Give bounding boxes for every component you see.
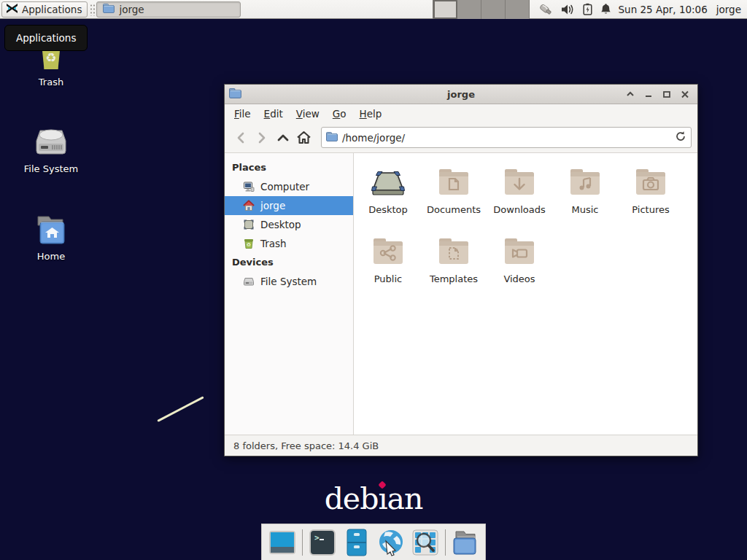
menu-file[interactable]: File xyxy=(228,106,258,122)
file-manager-launcher[interactable] xyxy=(342,528,371,557)
volume-icon[interactable] xyxy=(561,4,575,15)
close-button[interactable] xyxy=(679,88,691,100)
dock-separator xyxy=(445,529,446,556)
desktop-icon-label: Home xyxy=(16,251,86,262)
desktop-icon-file-system[interactable]: File System xyxy=(16,123,86,174)
drive-icon xyxy=(243,276,255,287)
applications-menu-label: Applications xyxy=(22,4,82,15)
workspace-switcher xyxy=(433,0,530,19)
battery-charging-icon[interactable] xyxy=(583,3,592,15)
desktop-surface-icon xyxy=(356,163,420,201)
sidebar: Places Computer jorge xyxy=(225,153,354,435)
file-item-pictures[interactable]: Pictures xyxy=(619,163,683,233)
session-user-menu[interactable]: jorge xyxy=(716,4,741,15)
pictures-folder-icon xyxy=(619,163,683,201)
menu-view[interactable]: View xyxy=(290,106,326,122)
removable-device-icon[interactable] xyxy=(538,3,553,16)
system-tray xyxy=(538,3,611,16)
path-folder-icon xyxy=(326,132,338,144)
status-bar: 8 folders, Free space: 14.4 GiB xyxy=(225,435,697,456)
show-desktop-button[interactable] xyxy=(268,528,297,557)
bottom-dock-panel: > xyxy=(261,524,486,560)
toolbar: /home/jorge/ xyxy=(225,122,697,153)
sidebar-item-trash[interactable]: ♻ Trash xyxy=(225,234,353,253)
file-item-videos[interactable]: Videos xyxy=(487,233,551,302)
file-item-music[interactable]: Music xyxy=(553,163,617,233)
terminal-launcher[interactable]: > xyxy=(308,528,337,557)
svg-text:>: > xyxy=(314,533,320,542)
menu-go[interactable]: Go xyxy=(326,106,353,122)
home-button[interactable] xyxy=(294,128,314,147)
menu-help[interactable]: Help xyxy=(353,106,389,122)
menu-bar: File Edit View Go Help xyxy=(225,104,697,122)
top-panel: Applications jorge xyxy=(0,0,747,19)
sidebar-item-computer[interactable]: Computer xyxy=(225,177,353,196)
clock[interactable]: Sun 25 Apr, 10:06 xyxy=(619,4,708,15)
sidebar-item-jorge[interactable]: jorge xyxy=(225,196,353,215)
downloads-folder-icon xyxy=(487,163,551,201)
hard-drive-icon xyxy=(16,123,86,160)
directory-menu-launcher[interactable] xyxy=(450,528,479,557)
window-titlebar[interactable]: jorge xyxy=(225,85,697,104)
shade-button[interactable] xyxy=(624,88,636,100)
file-item-downloads[interactable]: Downloads xyxy=(487,163,551,233)
trash-icon: ♻ xyxy=(243,238,255,249)
file-item-templates[interactable]: Templates xyxy=(422,233,486,302)
folder-icon xyxy=(103,4,115,15)
documents-folder-icon xyxy=(422,163,486,201)
sidebar-item-file-system[interactable]: File System xyxy=(225,272,353,291)
music-folder-icon xyxy=(553,163,617,201)
file-item-public[interactable]: Public xyxy=(356,233,420,302)
status-text: 8 folders, Free space: 14.4 GiB xyxy=(233,440,379,451)
videos-folder-icon xyxy=(487,233,551,271)
desktop-icon-home[interactable]: Home xyxy=(16,211,86,262)
debian-wordmark: debıan xyxy=(0,481,747,516)
location-bar[interactable]: /home/jorge/ xyxy=(321,127,692,148)
taskbar-window-button[interactable]: jorge xyxy=(96,1,241,18)
public-folder-icon xyxy=(356,233,420,271)
file-item-desktop[interactable]: Desktop xyxy=(356,163,420,233)
up-button[interactable] xyxy=(273,128,293,147)
dock-separator xyxy=(302,529,303,556)
file-manager-window: jorge File Edit View Go Help xyxy=(224,84,698,456)
application-finder-launcher[interactable] xyxy=(411,528,440,557)
svg-text:♻: ♻ xyxy=(45,50,56,65)
panel-handle[interactable] xyxy=(89,3,95,16)
taskbar-window-label: jorge xyxy=(119,4,144,15)
notifications-bell-icon[interactable] xyxy=(600,3,611,15)
file-item-documents[interactable]: Documents xyxy=(422,163,486,233)
computer-icon xyxy=(243,181,255,192)
templates-folder-icon xyxy=(422,233,486,271)
menu-edit[interactable]: Edit xyxy=(258,106,290,122)
desktop-icon-label: Trash xyxy=(16,77,86,88)
home-icon xyxy=(243,200,255,211)
desktop-icon xyxy=(243,219,255,230)
wordmark-i: ı xyxy=(378,481,387,516)
wordmark-post: an xyxy=(387,481,423,516)
reload-button[interactable] xyxy=(675,131,686,144)
web-browser-launcher[interactable] xyxy=(376,528,406,557)
sidebar-devices-header: Devices xyxy=(225,253,353,272)
forward-button[interactable] xyxy=(252,128,271,147)
wordmark-pre: deb xyxy=(325,481,379,516)
workspace-3[interactable] xyxy=(481,0,506,19)
applications-menu-button[interactable]: Applications xyxy=(1,1,88,18)
folder-grid: Desktop Documents xyxy=(355,163,697,302)
home-folder-icon xyxy=(16,211,86,247)
workspace-2[interactable] xyxy=(457,0,481,19)
cursor-artifact-line xyxy=(157,396,204,422)
sidebar-item-desktop[interactable]: Desktop xyxy=(225,215,353,234)
desktop-icon-label: File System xyxy=(16,163,86,174)
workspace-4[interactable] xyxy=(506,0,530,19)
back-button[interactable] xyxy=(231,128,250,147)
svg-text:♻: ♻ xyxy=(247,242,251,248)
workspace-1[interactable] xyxy=(433,0,457,19)
maximize-button[interactable] xyxy=(661,88,673,100)
sidebar-places-header: Places xyxy=(225,158,353,177)
file-list-area[interactable]: Desktop Documents xyxy=(354,153,697,435)
path-text[interactable]: /home/jorge/ xyxy=(342,132,670,144)
xfce-applications-icon xyxy=(6,3,18,16)
minimize-button[interactable] xyxy=(643,88,654,100)
applications-tooltip: Applications xyxy=(4,25,88,51)
